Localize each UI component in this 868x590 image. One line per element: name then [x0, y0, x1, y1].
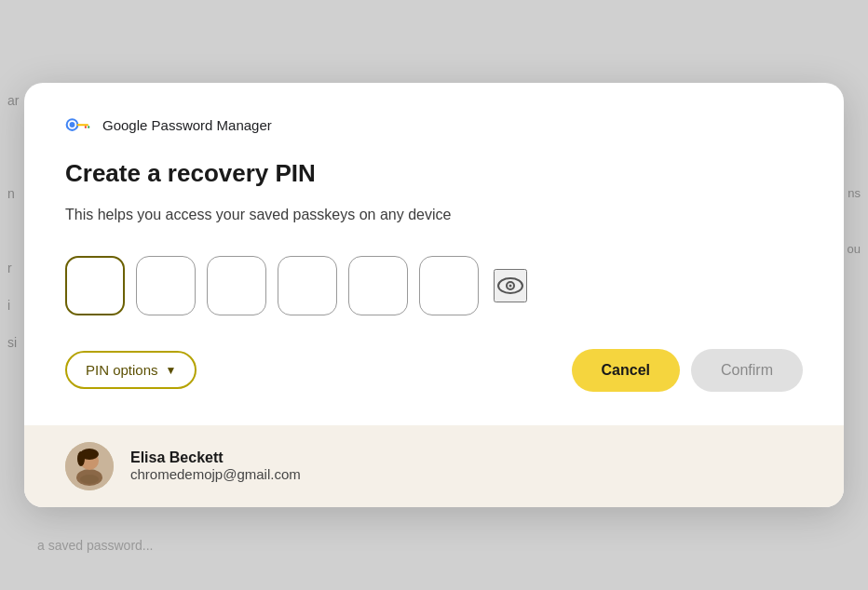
svg-rect-4 [88, 127, 89, 129]
avatar-svg [65, 442, 114, 490]
confirm-button[interactable]: Confirm [691, 349, 803, 392]
app-name-label: Google Password Manager [102, 117, 272, 133]
dialog-header: Google Password Manager [65, 116, 803, 133]
bg-text-i: i [7, 298, 10, 313]
eye-icon-svg [496, 275, 524, 296]
bg-text-ar: ar [7, 93, 19, 108]
gpm-logo-icon [65, 116, 93, 133]
pin-box-4[interactable] [278, 256, 337, 315]
recovery-pin-dialog: Google Password Manager Create a recover… [24, 83, 844, 506]
pin-options-label: PIN options [86, 362, 158, 378]
chevron-down-icon: ▼ [166, 364, 177, 377]
svg-rect-2 [77, 125, 89, 127]
svg-rect-3 [85, 127, 87, 129]
right-buttons-group: Cancel Confirm [572, 349, 803, 392]
svg-point-12 [77, 451, 85, 466]
actions-row: PIN options ▼ Cancel Confirm [65, 349, 803, 392]
pin-box-1[interactable] [65, 256, 125, 315]
avatar [65, 442, 114, 490]
svg-point-1 [70, 122, 75, 127]
pin-box-2[interactable] [136, 256, 196, 315]
user-info: Elisa Beckett chromedemojp@gmail.com [130, 449, 301, 482]
bg-text-ou: ou [848, 242, 861, 256]
dialog-heading: Create a recovery PIN [65, 159, 803, 188]
pin-box-3[interactable] [207, 256, 266, 315]
pin-box-5[interactable] [348, 256, 408, 315]
bg-text-si: si [7, 335, 17, 350]
svg-point-13 [80, 475, 99, 484]
dialog-subtext: This helps you access your saved passkey… [65, 204, 803, 226]
pin-input-row [65, 256, 803, 315]
pin-box-6[interactable] [419, 256, 479, 315]
bg-text-r: r [7, 261, 12, 275]
key-icon-svg [65, 116, 93, 133]
user-email: chromedemojp@gmail.com [130, 466, 301, 482]
bg-text-ns: ns [848, 186, 861, 200]
cancel-button[interactable]: Cancel [572, 349, 680, 392]
bg-text-bottom: a saved password... [37, 538, 154, 553]
bg-text-n: n [7, 186, 15, 201]
user-name: Elisa Beckett [130, 449, 301, 466]
svg-point-7 [509, 284, 512, 287]
dialog-footer: Elisa Beckett chromedemojp@gmail.com [24, 425, 844, 507]
toggle-pin-visibility-button[interactable] [494, 269, 527, 302]
page-background: ar n r i si ns ou a saved password... [0, 0, 868, 590]
dialog-main: Google Password Manager Create a recover… [24, 83, 844, 424]
pin-options-button[interactable]: PIN options ▼ [65, 351, 197, 389]
